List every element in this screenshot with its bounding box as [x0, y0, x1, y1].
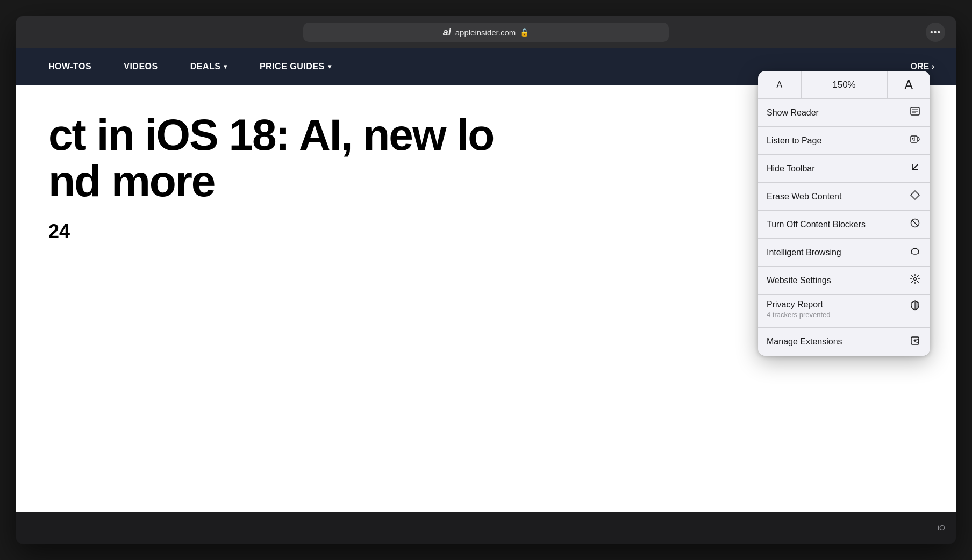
turn-off-content-blockers-item[interactable]: Turn Off Content Blockers — [758, 211, 930, 239]
svg-line-7 — [912, 220, 918, 226]
privacy-report-label: Privacy Report — [767, 300, 831, 310]
font-large-label: A — [904, 77, 913, 92]
bottom-bar: iO — [16, 512, 956, 544]
show-reader-icon — [909, 106, 921, 119]
nav-item-deals[interactable]: DEALS — [190, 62, 227, 71]
hide-toolbar-item[interactable]: Hide Toolbar — [758, 155, 930, 183]
font-percent-display[interactable]: 150% — [801, 71, 888, 98]
website-settings-item[interactable]: Website Settings — [758, 267, 930, 295]
font-size-row: A 150% A — [758, 71, 930, 99]
privacy-report-item[interactable]: Privacy Report 4 trackers prevented — [758, 295, 930, 328]
intelligent-browsing-icon — [909, 246, 921, 259]
erase-web-content-label: Erase Web Content — [767, 192, 841, 202]
hide-toolbar-icon — [909, 162, 921, 175]
more-dots-icon: ••• — [930, 27, 941, 37]
svg-line-5 — [912, 164, 918, 170]
erase-icon — [909, 190, 921, 203]
website-settings-icon — [909, 274, 921, 287]
more-button[interactable]: ••• — [926, 23, 945, 42]
turn-off-content-blockers-label: Turn Off Content Blockers — [767, 220, 866, 229]
nav-item-howtos[interactable]: HOW-TOS — [48, 62, 91, 71]
manage-extensions-icon — [909, 335, 921, 349]
content-blockers-icon — [909, 218, 921, 231]
dropdown-menu: A 150% A Show Reader Listen t — [758, 71, 930, 356]
manage-extensions-item[interactable]: Manage Extensions — [758, 328, 930, 356]
hide-toolbar-label: Hide Toolbar — [767, 164, 815, 174]
address-bar[interactable]: ai appleinsider.com 🔒 — [303, 23, 669, 42]
nav-item-videos[interactable]: VIDEOS — [124, 62, 158, 71]
nav-more[interactable]: ORE › — [911, 62, 934, 71]
intelligent-browsing-label: Intelligent Browsing — [767, 248, 841, 257]
privacy-text: Privacy Report 4 trackers prevented — [767, 300, 831, 319]
show-reader-label: Show Reader — [767, 108, 819, 118]
site-url: appleinsider.com — [455, 28, 516, 37]
privacy-report-subtitle: 4 trackers prevented — [767, 311, 831, 319]
listen-to-page-item[interactable]: Listen to Page — [758, 127, 930, 155]
nav-item-price-guides[interactable]: PRICE GUIDES — [260, 62, 331, 71]
website-settings-label: Website Settings — [767, 276, 831, 285]
site-logo: ai — [443, 27, 451, 38]
svg-point-8 — [914, 278, 917, 281]
svg-rect-4 — [911, 136, 917, 142]
listen-icon — [909, 134, 921, 147]
privacy-report-icon — [909, 300, 921, 313]
browser-window: ai appleinsider.com 🔒 ••• HOW-TOS VIDEOS… — [16, 16, 956, 544]
toolbar: ai appleinsider.com 🔒 ••• — [16, 16, 956, 48]
listen-to-page-label: Listen to Page — [767, 136, 821, 146]
show-reader-item[interactable]: Show Reader — [758, 99, 930, 127]
intelligent-browsing-item[interactable]: Intelligent Browsing — [758, 239, 930, 267]
erase-web-content-item[interactable]: Erase Web Content — [758, 183, 930, 211]
font-decrease-button[interactable]: A — [758, 71, 801, 98]
manage-extensions-label: Manage Extensions — [767, 337, 842, 347]
font-small-label: A — [776, 80, 782, 90]
lock-icon: 🔒 — [520, 28, 529, 37]
bottom-text: iO — [938, 523, 945, 532]
font-increase-button[interactable]: A — [888, 71, 931, 98]
